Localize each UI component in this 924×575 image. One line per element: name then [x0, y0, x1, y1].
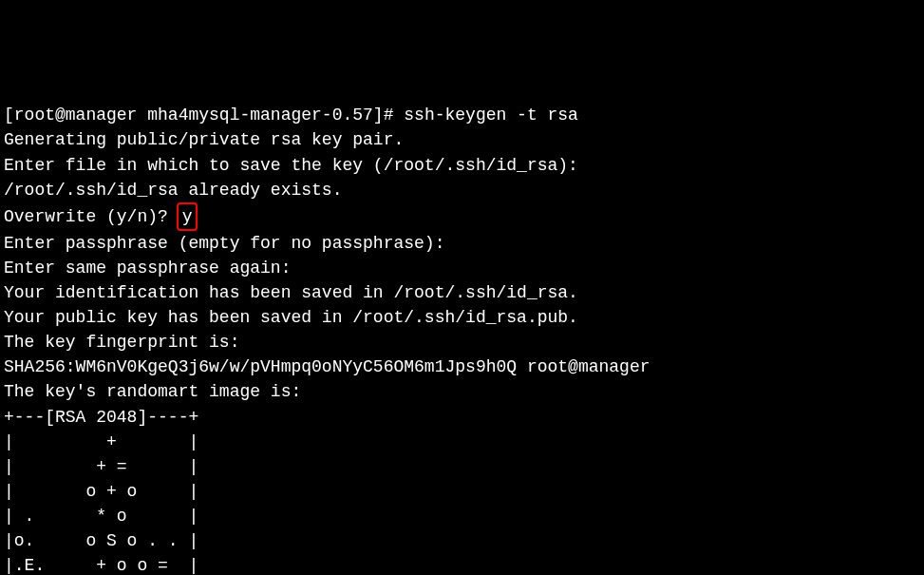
output-line: Enter same passphrase again: [4, 259, 291, 278]
randomart-line: | . * o | [4, 507, 198, 526]
output-line: Enter passphrase (empty for no passphras… [4, 234, 444, 253]
randomart-line: | o + o | [4, 482, 198, 501]
randomart-line: | + | [4, 432, 198, 451]
output-line: Your identification has been saved in /r… [4, 283, 578, 302]
randomart-line: |o. o S o . . | [4, 531, 198, 550]
randomart-line: | + = | [4, 457, 198, 476]
randomart-line: |.E. + o o = | [4, 556, 198, 575]
output-line: /root/.ssh/id_rsa already exists. [4, 181, 342, 200]
randomart-line: +---[RSA 2048]----+ [4, 408, 198, 427]
command-text: ssh-keygen -t rsa [404, 105, 578, 125]
highlighted-input: y [177, 202, 198, 231]
output-line: Generating public/private rsa key pair. [4, 130, 404, 149]
prompt-text: [root@manager mha4mysql-manager-0.57]# [4, 105, 404, 125]
output-line: Your public key has been saved in /root/… [4, 308, 578, 327]
output-line: Overwrite (y/n)? [4, 207, 179, 226]
output-line: Enter file in which to save the key (/ro… [4, 156, 578, 175]
output-line: The key's randomart image is: [4, 382, 301, 401]
terminal-output[interactable]: [root@manager mha4mysql-manager-0.57]# s… [4, 103, 920, 575]
output-line: The key fingerprint is: [4, 333, 239, 352]
output-line: SHA256:WM6nV0KgeQ3j6w/w/pVHmpq0oNYyC56OM… [4, 357, 651, 376]
